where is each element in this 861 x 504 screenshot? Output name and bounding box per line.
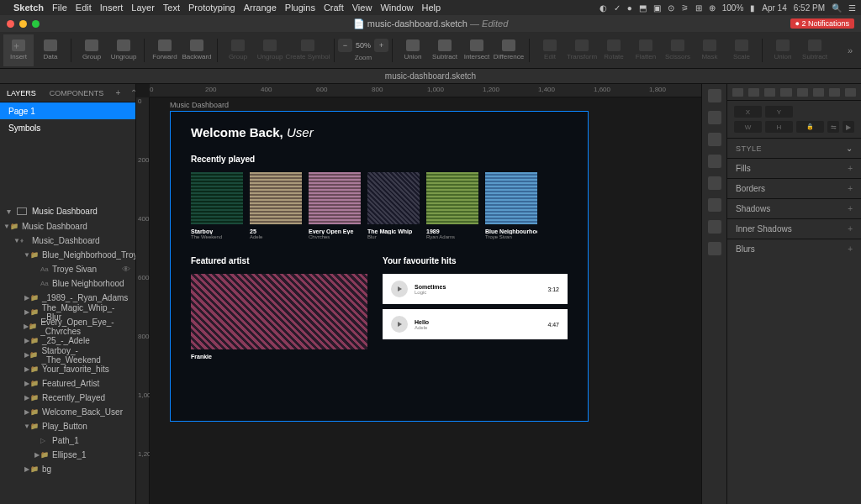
cloud-icon[interactable] — [708, 89, 721, 102]
add-inner-shadow-button[interactable]: + — [848, 224, 853, 234]
layer-row[interactable]: ▶📁Starboy_-_The_Weekend — [0, 348, 135, 362]
layers-tab[interactable]: LAYERS — [0, 89, 43, 97]
forward-button[interactable]: Forward — [150, 34, 180, 66]
layer-row[interactable]: ▼📁Play_Button — [0, 419, 135, 433]
align-top-icon[interactable] — [780, 88, 791, 97]
status-icon[interactable]: ⊞ — [695, 3, 702, 13]
backward-button[interactable]: Backward — [182, 34, 212, 66]
layer-row[interactable]: ▶📁bg — [0, 462, 135, 476]
app-name[interactable]: Sketch — [13, 3, 44, 13]
artboard[interactable]: Welcome Back, User Recently played Starb… — [170, 111, 589, 422]
create-symbol-button[interactable]: Create Symbol — [287, 34, 329, 66]
menu-plugins[interactable]: Plugins — [285, 3, 315, 13]
blurs-section[interactable]: Blurs+ — [727, 239, 861, 259]
menu-file[interactable]: File — [52, 3, 67, 13]
subtract2-button[interactable]: Subtract — [800, 34, 830, 66]
menu-craft[interactable]: Craft — [324, 3, 344, 13]
w-field[interactable]: W — [734, 121, 762, 133]
document-tab[interactable]: music-dashboard.sketch — [0, 69, 861, 84]
scale-button[interactable]: Scale — [726, 34, 757, 66]
y-field[interactable]: Y — [765, 106, 793, 118]
ruler-icon[interactable] — [708, 220, 721, 234]
transform-button[interactable]: Transform — [567, 34, 597, 66]
layer-row[interactable]: ▶📁Welcome_Back_User — [0, 405, 135, 419]
borders-section[interactable]: Borders+ — [727, 178, 861, 198]
scissors-button[interactable]: Scissors — [663, 34, 693, 66]
flip-v-icon[interactable]: ▶ — [843, 121, 854, 133]
page-row[interactable]: Page 1 — [0, 102, 135, 119]
add-page-button[interactable]: + — [110, 88, 125, 97]
status-icon[interactable]: ◐ — [600, 3, 607, 13]
group-button[interactable]: Group — [77, 34, 107, 66]
lock-aspect-icon[interactable]: 🔒 — [796, 121, 824, 133]
album-card[interactable]: The Magic WhipBlur — [367, 172, 420, 239]
align-left-icon[interactable] — [732, 88, 743, 97]
layer-row[interactable]: ▶📁Featured_Artist — [0, 376, 135, 391]
menu-text[interactable]: Text — [163, 3, 180, 13]
add-blur-button[interactable]: + — [848, 244, 853, 254]
add-shadow-button[interactable]: + — [848, 204, 853, 213]
layer-row[interactable]: ▼♦Music_Dashboard — [0, 234, 135, 248]
hit-row[interactable]: SometimesLogic3:12 — [383, 274, 568, 304]
album-card[interactable]: Every Open EyeChvrches — [309, 172, 361, 239]
h-field[interactable]: H — [765, 121, 793, 133]
menu-arrange[interactable]: Arrange — [244, 3, 277, 13]
wifi-icon[interactable]: ⚞ — [681, 3, 689, 13]
distribute-v-icon[interactable] — [845, 88, 856, 97]
menu-help[interactable]: Help — [422, 3, 441, 13]
battery-icon[interactable]: ▮ — [750, 3, 755, 13]
rotate-button[interactable]: Rotate — [599, 34, 629, 66]
subtract-button[interactable]: Subtract — [430, 34, 460, 66]
add-fill-button[interactable]: + — [848, 164, 853, 173]
menu-view[interactable]: View — [352, 3, 372, 13]
grid-icon[interactable] — [708, 176, 721, 190]
hit-row[interactable]: HelloAdele4:47 — [383, 309, 568, 339]
play-button[interactable] — [391, 281, 408, 297]
union-button[interactable]: Union — [398, 34, 428, 66]
play-button[interactable] — [391, 316, 408, 333]
toolbar-overflow-icon[interactable]: » — [848, 45, 853, 55]
zoom-control[interactable]: −50%+Zoom — [340, 34, 387, 66]
layer-row[interactable]: ▶📁Recently_Played — [0, 391, 135, 405]
distribute-h-icon[interactable] — [829, 88, 840, 97]
time[interactable]: 6:52 PM — [794, 3, 825, 13]
ungroup2-button[interactable]: Ungroup — [255, 34, 285, 66]
search-icon[interactable]: 🔍 — [832, 3, 842, 13]
menu-window[interactable]: Window — [380, 3, 413, 13]
layer-row[interactable]: ▶📁Every_Open_Eye_-_Chvrches — [0, 319, 135, 333]
status-icon[interactable]: ⊕ — [709, 3, 716, 13]
menu-prototyping[interactable]: Prototyping — [188, 3, 235, 13]
status-icon[interactable]: ● — [627, 3, 632, 13]
layer-row[interactable]: ▶📁Your_favorite_hits — [0, 362, 135, 376]
notifications-icon[interactable]: ☰ — [848, 3, 856, 13]
align-center-icon[interactable] — [748, 88, 759, 97]
union2-button[interactable]: Union — [768, 34, 798, 66]
menu-layer[interactable]: Layer — [131, 3, 155, 13]
data-button[interactable]: Data — [35, 34, 66, 66]
layer-row[interactable]: ▼📁Music Dashboard — [0, 219, 135, 234]
inner-shadows-section[interactable]: Inner Shadows+ — [727, 218, 861, 239]
chevron-down-icon[interactable]: ⌄ — [846, 144, 853, 153]
flip-h-icon[interactable]: ⇋ — [827, 121, 839, 133]
album-card[interactable]: Blue NeighbourhoodTroye Sivan — [485, 172, 537, 239]
status-icon[interactable]: ✓ — [614, 3, 621, 13]
date[interactable]: Apr 14 — [762, 3, 786, 13]
gear-icon[interactable] — [708, 155, 721, 168]
flatten-button[interactable]: Flatten — [631, 34, 661, 66]
album-card[interactable]: StarboyThe Weekend — [191, 172, 243, 239]
add-icon[interactable] — [708, 242, 721, 255]
align-middle-icon[interactable] — [797, 88, 808, 97]
status-icon[interactable]: ⊙ — [668, 3, 674, 13]
edit-button[interactable]: Edit — [535, 34, 565, 66]
album-card[interactable]: 25Adele — [250, 172, 302, 239]
group2-button[interactable]: Group — [223, 34, 253, 66]
album-card[interactable]: 1989Ryan Adams — [426, 172, 478, 239]
layer-row[interactable]: ▷Path_1 — [0, 433, 135, 448]
layer-row[interactable]: ▶📁Ellipse_1 — [0, 448, 135, 462]
canvas[interactable]: Music Dashboard Welcome Back, User Recen… — [150, 97, 701, 504]
layer-row[interactable]: AaTroye Sivan👁 — [0, 262, 135, 276]
status-icon[interactable]: ⬒ — [639, 3, 647, 13]
layer-row[interactable]: ▼📁Blue_Neighborhood_Troye_... — [0, 248, 135, 262]
components-tab[interactable]: COMPONENTS — [43, 89, 111, 97]
page-row[interactable]: Symbols — [0, 119, 135, 136]
